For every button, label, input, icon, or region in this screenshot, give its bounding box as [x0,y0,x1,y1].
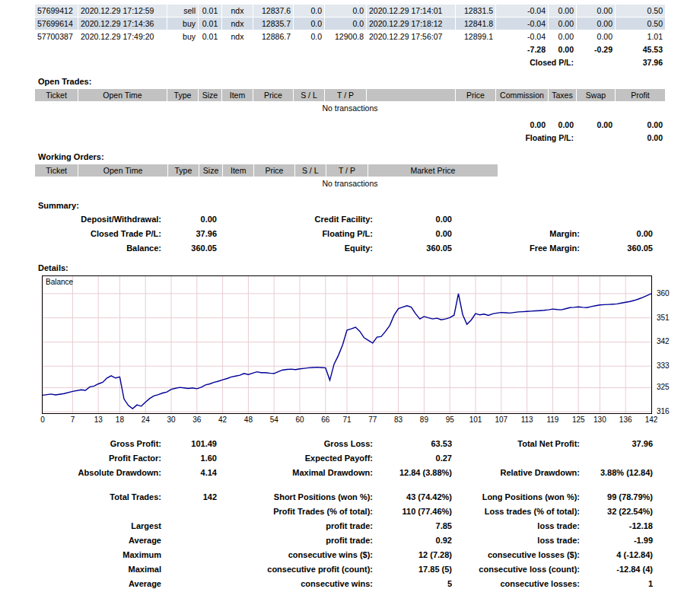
header-close-price: Price [456,89,495,101]
stat-value: 1 [580,577,653,591]
cell-ticket: 57699614 [35,18,78,30]
summary-row: Balance: 360.05 Equity: 360.05 Free Marg… [34,241,689,256]
stat-value [161,533,217,548]
summary-value [580,212,653,227]
stat-label: consecutive losses: [452,577,580,591]
stat-value: 110 (77.46%) [373,505,452,519]
report-content: 57699412 2020.12.29 17:12:59 sell 0.01 n… [0,0,689,591]
cell-commission: -0.04 [496,30,548,43]
stat-row: Maximal consecutive profit (count): 17.8… [34,562,689,577]
cell-type: buy [167,18,198,30]
working-orders-table: Ticket Open Time Type Size Item Price S … [34,164,666,190]
closed-trades-table: 57699412 2020.12.29 17:12:59 sell 0.01 n… [34,4,666,69]
cell-ticket: 57699412 [35,5,78,17]
total-commission: 0.00 [496,119,548,131]
stat-row: Average profit trade: 0.92 loss trade: -… [34,533,689,548]
spacer-cell [35,43,495,56]
no-transactions-text: No transactions [35,102,665,114]
cell-open-time: 2020.12.29 17:12:59 [78,5,167,17]
statistics-section: Gross Profit: 101.49 Gross Loss: 63.53 T… [34,437,689,591]
cell-tp: 12900.8 [325,30,366,43]
trade-row[interactable]: 57699412 2020.12.29 17:12:59 sell 0.01 n… [35,5,665,17]
total-profit: 0.00 [616,119,665,131]
stat-value: 12 (7.28) [373,548,452,562]
cell-tp: 0.0 [325,18,366,30]
header-blank [367,89,455,101]
trade-row[interactable]: 57700387 2020.12.29 17:49:20 buy 0.01 nd… [35,30,665,43]
summary-value: 0.00 [373,227,452,241]
stat-value: -1.99 [580,533,653,548]
cell-taxes: 0.00 [549,18,576,30]
details-title: Details: [38,263,689,272]
header-open-time: Open Time [78,164,167,177]
summary-row: Deposit/Withdrawal: 0.00 Credit Facility… [34,212,689,227]
no-transactions-row: No transactions [35,102,665,114]
stat-row: Average consecutive wins: 5 consecutive … [34,577,689,591]
cell-swap: 0.00 [577,5,615,17]
stat-value: 37.96 [580,437,653,451]
cell-size: 0.01 [199,30,221,43]
stat-label: Relative Drawdown: [452,466,580,480]
stat-value [161,519,217,533]
stat-label: loss trade: [452,533,580,548]
summary-label: Balance: [34,241,161,256]
stat-value: 0.27 [373,451,452,466]
cell-close-time: 2020.12.29 17:56:07 [367,30,455,43]
header-item: Item [223,164,253,177]
header-price: Price [253,89,293,101]
statement-report: 57699412 2020.12.29 17:12:59 sell 0.01 n… [0,0,700,608]
stat-label: consecutive wins ($): [217,548,373,562]
stat-value: 12.84 (3.88%) [373,466,452,480]
stat-value: -12.84 (4) [580,562,653,577]
closed-totals-row: -7.28 0.00 -0.29 45.53 [35,43,665,56]
cell-sl: 0.0 [294,5,324,17]
cell-commission: -0.04 [496,5,548,17]
stat-label: consecutive wins: [217,577,373,591]
stat-value: 4.14 [161,466,217,480]
stat-label: Average [34,577,161,591]
stat-value [161,548,217,562]
cell-open-price: 12886.7 [253,30,293,43]
stat-row: Maximum consecutive wins ($): 12 (7.28) … [34,548,689,562]
open-totals-row: 0.00 0.00 0.00 0.00 [35,119,665,131]
stat-label: Gross Loss: [217,437,373,451]
stat-label: profit trade: [217,533,373,548]
no-transactions-text: No transactions [35,177,665,189]
cell-open-price: 12837.6 [253,5,293,17]
spacer-cell [35,115,665,118]
stat-row: Gross Profit: 101.49 Gross Loss: 63.53 T… [34,437,689,451]
stat-label: Profit Factor: [34,451,161,466]
summary-value: 360.05 [161,241,217,256]
summary-value: 37.96 [161,227,217,241]
stat-label: consecutive profit (count): [217,562,373,577]
stat-value [580,451,653,466]
stat-label: Total Net Profit: [452,437,580,451]
total-profit: 45.53 [616,43,665,56]
header-tp: T / P [326,164,368,177]
summary-value: 0.00 [161,212,217,227]
floating-pl-label: Floating P/L: [35,132,576,144]
header-ticket: Ticket [35,89,78,101]
header-profit: Profit [616,89,665,101]
header-swap: Swap [577,89,615,101]
balance-chart-svg [43,276,651,413]
header-commission: Commission [496,89,548,101]
cell-close-price: 12841.8 [456,18,495,30]
header-market-price: Market Price [368,164,498,177]
floating-pl-value: 0.00 [616,132,665,144]
cell-open-time: 2020.12.29 17:49:20 [78,30,167,43]
header-type: Type [167,89,198,101]
stat-value: -12.18 [580,519,653,533]
stat-label: Profit Trades (% of total): [217,505,373,519]
floating-pl-row: Floating P/L: 0.00 [35,132,665,144]
stat-label: Gross Profit: [34,437,161,451]
header-ticket: Ticket [35,164,78,177]
cell-type: buy [167,30,198,43]
header-size: Size [199,89,221,101]
stat-label: Average [34,533,161,548]
stat-label: Short Positions (won %): [217,490,373,505]
stat-value [161,577,217,591]
stat-label: Long Positions (won %): [452,490,580,505]
balance-chart-plot: Balance [42,275,652,414]
trade-row[interactable]: 57699614 2020.12.29 17:14:36 buy 0.01 nd… [35,18,665,30]
